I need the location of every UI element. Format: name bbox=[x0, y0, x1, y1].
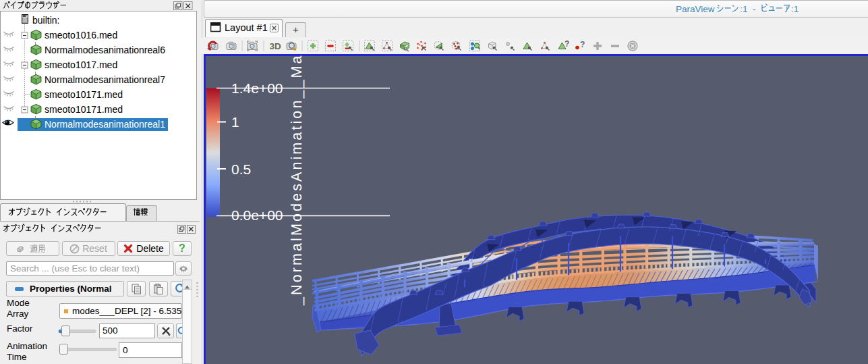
svg-text:1: 1 bbox=[231, 114, 239, 130]
svg-text:0.5: 0.5 bbox=[231, 161, 251, 177]
svg-text:_NormalModesAnimation__Mag: _NormalModesAnimation__Mag bbox=[289, 54, 305, 306]
svg-text:?: ? bbox=[565, 39, 569, 49]
svg-text:3D: 3D bbox=[269, 41, 281, 51]
svg-text:?: ? bbox=[580, 40, 585, 49]
svg-text:0.0e+00: 0.0e+00 bbox=[231, 207, 283, 223]
svg-text:1.4e+00: 1.4e+00 bbox=[231, 80, 283, 96]
